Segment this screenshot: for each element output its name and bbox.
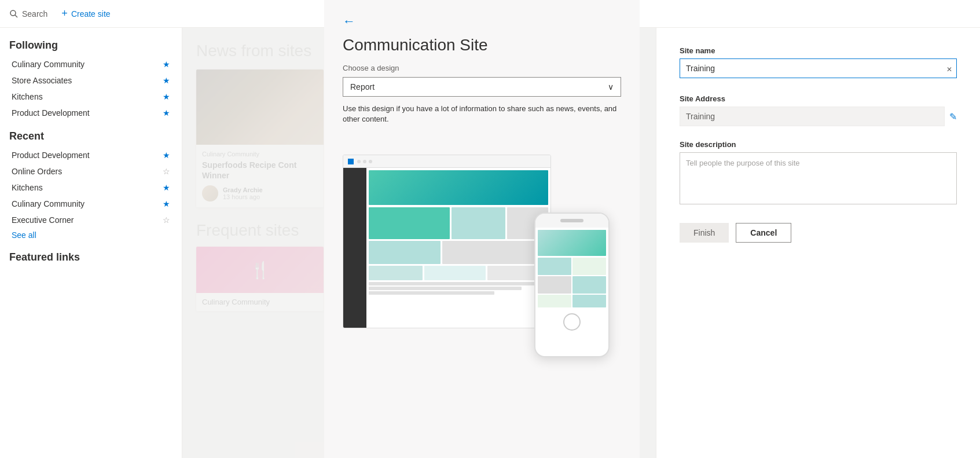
phone-row: [538, 295, 606, 307]
sidebar-item-label: Store Associates: [12, 76, 72, 85]
star-icon-empty[interactable]: ☆: [163, 167, 170, 176]
sidebar-item-kitchens-recent[interactable]: Kitchens ★: [9, 179, 172, 196]
modal-header: ← Communication Site Choose a design Rep…: [324, 28, 640, 143]
search-icon: [9, 9, 19, 19]
following-items: Culinary Community ★ Store Associates ★ …: [9, 56, 172, 121]
mock-block: [369, 241, 441, 264]
star-icon-filled[interactable]: ★: [163, 76, 170, 85]
plus-icon: +: [61, 8, 68, 20]
sidebar-item-label: Product Development: [12, 151, 90, 160]
search-label: Search: [22, 9, 47, 19]
mock-block: [369, 207, 450, 239]
star-icon-filled[interactable]: ★: [163, 60, 170, 69]
phone-rows: [538, 258, 606, 307]
back-button[interactable]: ←: [343, 28, 355, 29]
sidebar-item-label: Kitchens: [12, 183, 43, 192]
mock-line: [369, 287, 522, 290]
phone-block: [572, 295, 606, 307]
phone-block: [538, 276, 571, 294]
search-area[interactable]: Search: [9, 9, 47, 19]
mock-block: [452, 207, 505, 239]
site-description-textarea[interactable]: [680, 152, 957, 204]
mock-dot: [363, 160, 366, 163]
finish-button[interactable]: Finish: [680, 223, 729, 243]
design-dropdown[interactable]: Report ∨: [343, 77, 621, 97]
see-all-link[interactable]: See all: [9, 228, 172, 242]
phone-mockup: [534, 212, 610, 357]
right-panel: Site name ✕ Site Address ✎ Site descript…: [656, 28, 980, 458]
mock-hero: [369, 170, 548, 205]
preview-mockup: [343, 143, 621, 363]
star-icon-empty[interactable]: ☆: [163, 215, 170, 225]
main-layout: Following Culinary Community ★ Store Ass…: [0, 28, 980, 458]
phone-notch-bar: [560, 219, 583, 222]
mock-row-2: [369, 241, 548, 264]
star-icon-filled[interactable]: ★: [163, 92, 170, 101]
sidebar-item-label: Culinary Community: [12, 199, 85, 208]
star-icon-filled[interactable]: ★: [163, 183, 170, 192]
sidebar-item-label: Executive Corner: [12, 215, 74, 225]
cancel-button[interactable]: Cancel: [736, 223, 791, 243]
phone-home-button: [563, 313, 581, 331]
phone-block: [572, 258, 606, 275]
sidebar-item-label: Culinary Community: [12, 60, 85, 69]
recent-section: Recent Product Development ★ Online Orde…: [9, 130, 172, 242]
mock-dot: [369, 160, 372, 163]
site-name-input[interactable]: [680, 58, 957, 78]
site-address-label: Site Address: [680, 94, 957, 103]
mock-sidebar: [343, 168, 366, 328]
design-description: Use this design if you have a lot of inf…: [343, 104, 621, 124]
design-option-label: Report: [350, 82, 375, 91]
mock-content: [366, 168, 550, 328]
mock-row: [369, 207, 548, 239]
sidebar-item-store-associates[interactable]: Store Associates ★: [9, 72, 172, 89]
site-name-clear-button[interactable]: ✕: [946, 65, 952, 74]
sidebar: Following Culinary Community ★ Store Ass…: [0, 28, 182, 458]
site-address-input[interactable]: [680, 107, 945, 126]
modal-preview: [324, 143, 640, 458]
mock-block: [369, 266, 423, 280]
mock-line: [369, 291, 494, 295]
star-icon-filled[interactable]: ★: [163, 108, 170, 118]
phone-hero: [538, 230, 606, 256]
sidebar-item-culinary-following[interactable]: Culinary Community ★: [9, 56, 172, 72]
sidebar-item-label: Product Development: [12, 108, 90, 118]
site-address-group: Site Address ✎: [680, 94, 957, 126]
featured-links-title: Featured links: [9, 251, 172, 263]
sidebar-item-online-orders[interactable]: Online Orders ☆: [9, 163, 172, 179]
phone-body: [535, 228, 608, 310]
sidebar-item-product-dev-recent[interactable]: Product Development ★: [9, 147, 172, 163]
mock-lines: [369, 282, 548, 295]
mock-topbar: [343, 155, 550, 168]
mock-block: [424, 266, 486, 280]
sidebar-item-label: Online Orders: [12, 167, 62, 176]
star-icon-filled[interactable]: ★: [163, 151, 170, 160]
star-icon-filled[interactable]: ★: [163, 199, 170, 208]
svg-point-0: [10, 10, 16, 16]
chevron-down-icon: ∨: [608, 82, 614, 91]
sidebar-item-executive-corner[interactable]: Executive Corner ☆: [9, 212, 172, 228]
site-address-edit-button[interactable]: ✎: [949, 111, 957, 122]
following-title: Following: [9, 39, 172, 52]
mock-logo: [348, 159, 354, 164]
sidebar-item-culinary-recent[interactable]: Culinary Community ★: [9, 196, 172, 212]
desktop-mockup: [343, 155, 551, 328]
phone-block: [572, 276, 606, 294]
phone-block: [538, 295, 571, 307]
phone-row: [538, 258, 606, 275]
sidebar-item-product-dev-following[interactable]: Product Development ★: [9, 105, 172, 121]
action-buttons: Finish Cancel: [680, 223, 957, 243]
phone-notch: [535, 214, 608, 228]
create-site-button[interactable]: + Create site: [61, 8, 110, 20]
site-description-label: Site description: [680, 140, 957, 149]
site-address-row: ✎: [680, 107, 957, 126]
mock-body: [343, 168, 550, 328]
sidebar-item-kitchens-following[interactable]: Kitchens ★: [9, 89, 172, 105]
mock-row-3: [369, 266, 548, 280]
sidebar-item-label: Kitchens: [12, 92, 43, 101]
site-name-label: Site name: [680, 46, 957, 55]
modal-title: Communication Site: [343, 36, 621, 54]
recent-title: Recent: [9, 130, 172, 142]
mock-line: [369, 282, 539, 285]
mock-dot: [357, 160, 361, 163]
